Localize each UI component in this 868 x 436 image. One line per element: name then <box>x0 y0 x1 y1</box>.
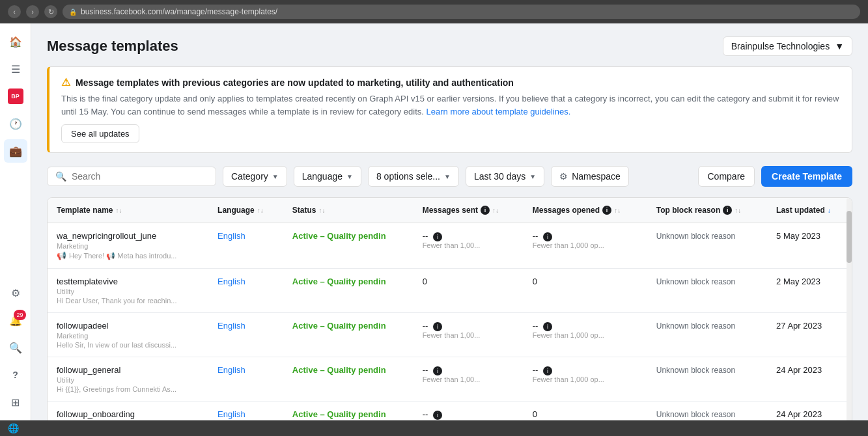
table-scrollbar-thumb[interactable] <box>847 211 852 263</box>
block-reason-sort[interactable]: ↑↓ <box>735 207 741 214</box>
messages-sent-sort[interactable]: ↑↓ <box>492 207 499 214</box>
language-dropdown[interactable]: Language ▼ <box>294 166 361 187</box>
opened-info-inline[interactable]: i <box>543 232 552 241</box>
table-row[interactable]: followup_onboarding Marketing Hello {{1}… <box>48 402 852 421</box>
date-dropdown[interactable]: Last 30 days ▼ <box>466 166 544 187</box>
gear-icon: ⚙ <box>559 171 568 182</box>
category-label: Category <box>231 171 268 182</box>
namespace-button[interactable]: ⚙ Namespace <box>551 166 629 187</box>
cell-last-updated-1: 2 May 2023 <box>767 269 852 313</box>
language-chevron: ▼ <box>346 173 353 180</box>
col-block-reason: Top block reason i ↑↓ <box>647 198 767 223</box>
cell-messages-sent-3: -- i Fewer than 1,00... <box>413 357 524 402</box>
sidebar-icon-search[interactable]: 🔍 <box>4 336 27 359</box>
see-all-updates-button[interactable]: See all updates <box>61 124 139 143</box>
opened-info-inline[interactable]: i <box>543 366 552 375</box>
table-scroll-wrapper: Template name ↑↓ Language ↑↓ <box>48 198 852 420</box>
sidebar-icon-notifications[interactable]: 🔔 29 <box>4 308 27 332</box>
browser-chrome: ‹ › ↻ 🔒 business.facebook.com/wa/manage/… <box>0 0 868 23</box>
cell-language-2: English <box>208 313 283 357</box>
table-body: wa_newpricingrollout_june Marketing 📢 He… <box>48 223 852 421</box>
sent-info-inline[interactable]: i <box>433 366 442 375</box>
category-dropdown[interactable]: Category ▼ <box>223 166 287 187</box>
sidebar-icon-home[interactable]: 🏠 <box>4 30 27 53</box>
cell-block-reason-0: Unknown block reason <box>647 223 767 269</box>
alert-title: ⚠ Message templates with previous catego… <box>61 76 840 89</box>
messages-opened-info[interactable]: i <box>602 206 611 215</box>
cell-status-0: Active – Quality pendin <box>283 223 413 269</box>
sent-info-inline[interactable]: i <box>433 411 442 420</box>
address-bar[interactable]: 🔒 business.facebook.com/wa/manage/messag… <box>63 5 860 19</box>
bottom-bar: 🌐 <box>0 420 868 436</box>
col-language: Language ↑↓ <box>208 198 283 223</box>
messages-opened-sort[interactable]: ↑↓ <box>614 207 621 214</box>
sent-info-inline[interactable]: i <box>433 322 442 331</box>
account-selector[interactable]: Brainpulse Technologies ▼ <box>723 36 852 56</box>
account-name: Brainpulse Technologies <box>731 41 830 51</box>
cell-block-reason-3: Unknown block reason <box>647 357 767 402</box>
page-title: Message templates <box>47 38 178 55</box>
search-box[interactable]: 🔍 <box>47 167 216 186</box>
cell-status-3: Active – Quality pendin <box>283 357 413 402</box>
cell-language-4: English <box>208 402 283 421</box>
category-chevron: ▼ <box>272 173 279 180</box>
back-button[interactable]: ‹ <box>8 5 21 18</box>
cell-messages-sent-2: -- i Fewer than 1,00... <box>413 313 524 357</box>
status-sort[interactable]: ↑↓ <box>319 207 326 214</box>
cell-messages-opened-0: -- i Fewer than 1,000 op... <box>524 223 647 269</box>
cell-messages-opened-3: -- i Fewer than 1,000 op... <box>524 357 647 402</box>
block-reason-info[interactable]: i <box>723 206 732 215</box>
sidebar-icon-briefcase[interactable]: 💼 <box>4 139 27 163</box>
table-row[interactable]: followupadeel Marketing Hello Sir, In vi… <box>48 313 852 357</box>
app-container: 🏠 ☰ BP 🕐 💼 ⚙ 🔔 29 🔍 ? ⊞ Message template… <box>0 23 868 420</box>
date-chevron: ▼ <box>529 173 536 180</box>
table-row[interactable]: testtemplatevive Utility Hi Dear User, T… <box>48 269 852 313</box>
compare-button[interactable]: Compare <box>698 166 755 187</box>
table-row[interactable]: followup_general Utility Hi {{1}}, Greet… <box>48 357 852 402</box>
options-chevron: ▼ <box>444 173 451 180</box>
table-container: Template name ↑↓ Language ↑↓ <box>47 197 852 420</box>
template-emoji: 📢 <box>57 251 66 260</box>
sidebar-icon-grid[interactable]: ⊞ <box>4 390 27 414</box>
account-chevron: ▼ <box>835 41 844 51</box>
options-label: 8 options sele... <box>376 171 440 182</box>
url-text: business.facebook.com/wa/manage/message-… <box>81 7 277 16</box>
cell-last-updated-2: 27 Apr 2023 <box>767 313 852 357</box>
sidebar-icon-profile[interactable]: BP <box>4 85 27 108</box>
reload-button[interactable]: ↻ <box>44 5 57 18</box>
messages-sent-info[interactable]: i <box>481 206 490 215</box>
sidebar-icon-menu[interactable]: ☰ <box>4 57 27 81</box>
cell-status-4: Active – Quality pendin <box>283 402 413 421</box>
sidebar-icon-settings[interactable]: ⚙ <box>4 281 27 305</box>
search-input[interactable] <box>72 171 208 182</box>
search-icon: 🔍 <box>55 171 66 182</box>
table-header: Template name ↑↓ Language ↑↓ <box>48 198 852 223</box>
alert-link[interactable]: Learn more about template guidelines. <box>427 107 571 116</box>
cell-messages-sent-4: -- i Fewer than 1,00... <box>413 402 524 421</box>
alert-banner: ⚠ Message templates with previous catego… <box>47 66 852 153</box>
namespace-label: Namespace <box>572 171 621 182</box>
main-content: Message templates Brainpulse Technologie… <box>31 23 868 420</box>
forward-button[interactable]: › <box>26 5 39 18</box>
col-status: Status ↑↓ <box>283 198 413 223</box>
sent-info-inline[interactable]: i <box>433 232 442 241</box>
sidebar-icon-help[interactable]: ? <box>4 363 27 387</box>
template-name-sort[interactable]: ↑↓ <box>115 207 122 214</box>
table-row[interactable]: wa_newpricingrollout_june Marketing 📢 He… <box>48 223 852 269</box>
sidebar-icon-clock[interactable]: 🕐 <box>4 112 27 135</box>
cell-status-2: Active – Quality pendin <box>283 313 413 357</box>
sidebar: 🏠 ☰ BP 🕐 💼 ⚙ 🔔 29 🔍 ? ⊞ <box>0 23 31 420</box>
options-dropdown[interactable]: 8 options sele... ▼ <box>368 166 459 187</box>
notification-badge: 29 <box>14 310 25 320</box>
alert-body: This is the final category update and on… <box>61 92 840 118</box>
opened-info-inline[interactable]: i <box>543 322 552 331</box>
language-sort[interactable]: ↑↓ <box>257 207 264 214</box>
language-label: Language <box>302 171 343 182</box>
create-template-button[interactable]: Create Template <box>761 166 852 187</box>
cell-messages-opened-1: 0 <box>524 269 647 313</box>
cell-last-updated-3: 24 Apr 2023 <box>767 357 852 402</box>
cell-messages-sent-1: 0 <box>413 269 524 313</box>
date-label: Last 30 days <box>474 171 525 182</box>
table-scrollbar[interactable] <box>847 198 852 420</box>
last-updated-sort[interactable]: ↓ <box>828 207 831 214</box>
